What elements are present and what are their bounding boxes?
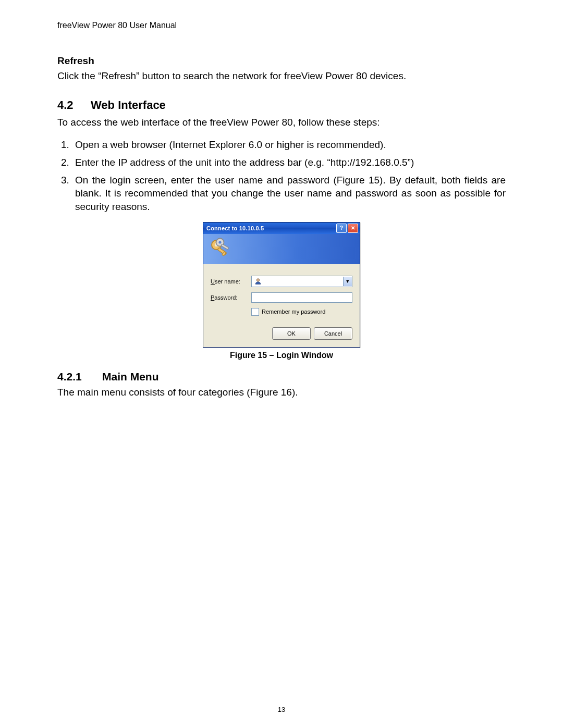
- dialog-titlebar: Connect to 10.10.0.5 ? ✕: [203, 223, 360, 234]
- section-4-2-intro: To access the web interface of the freeV…: [57, 116, 506, 129]
- dialog-banner: [203, 234, 360, 264]
- password-input[interactable]: [251, 292, 352, 303]
- svg-point-7: [256, 278, 259, 281]
- page-number: 13: [0, 706, 563, 713]
- step-item: On the login screen, enter the user name…: [72, 174, 506, 214]
- steps-list: Open a web browser (Internet Explorer 6.…: [57, 138, 506, 213]
- username-input[interactable]: ▾: [251, 276, 352, 287]
- subsection-number: 4.2.1: [57, 371, 102, 383]
- step-item: Enter the IP address of the unit into th…: [72, 156, 506, 169]
- remember-label: Remember my password: [262, 309, 325, 315]
- help-button[interactable]: ?: [336, 224, 347, 233]
- remember-checkbox[interactable]: [251, 308, 259, 316]
- subsection-title: Main Menu: [102, 371, 159, 383]
- close-button[interactable]: ✕: [348, 224, 358, 233]
- svg-point-5: [218, 241, 221, 243]
- login-dialog: Connect to 10.10.0.5 ? ✕: [203, 222, 360, 348]
- running-header: freeView Power 80 User Manual: [57, 21, 506, 30]
- figure-15: Connect to 10.10.0.5 ? ✕: [57, 222, 506, 360]
- dialog-body: User name: ▾: [203, 264, 360, 347]
- username-label: User name:: [211, 278, 251, 285]
- keys-icon: [209, 237, 232, 261]
- section-title: Web Interface: [91, 98, 166, 112]
- person-icon: [254, 277, 262, 286]
- section-number: 4.2: [57, 98, 91, 112]
- section-4-2-1-heading: 4.2.1 Main Menu: [57, 371, 506, 383]
- step-item: Open a web browser (Internet Explorer 6.…: [72, 138, 506, 152]
- ok-button[interactable]: OK: [272, 327, 311, 340]
- svg-rect-6: [221, 244, 229, 250]
- figure-caption: Figure 15 – Login Window: [230, 351, 333, 360]
- dialog-title: Connect to 10.10.0.5: [206, 225, 335, 231]
- refresh-heading: Refresh: [57, 55, 506, 67]
- chevron-down-icon[interactable]: ▾: [343, 277, 352, 286]
- password-label: Password:: [211, 294, 251, 301]
- section-4-2-1-text: The main menu consists of four categorie…: [57, 386, 506, 399]
- section-4-2-heading: 4.2 Web Interface: [57, 98, 506, 112]
- cancel-button[interactable]: Cancel: [314, 327, 352, 340]
- refresh-text: Click the “Refresh” button to search the…: [57, 70, 506, 83]
